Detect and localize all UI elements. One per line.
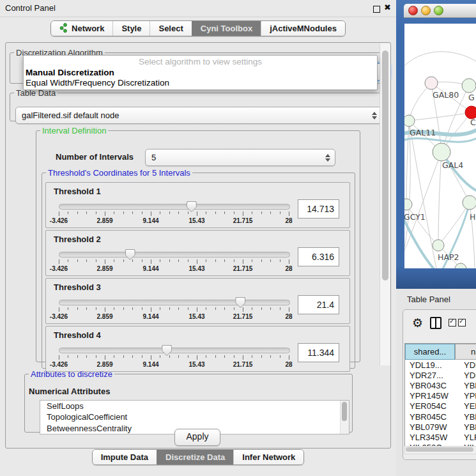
cell-shared-name[interactable]: YPR145W [405,391,459,401]
checkbox-icon[interactable] [449,319,456,326]
scale-label: 15.43 [188,265,204,272]
cell-shared-name[interactable]: YBR043C [405,381,459,390]
apply-button[interactable]: Apply [174,429,220,446]
cell-name[interactable]: YER0 [459,401,476,411]
edge[interactable] [406,204,438,245]
dropdown-item-equal-width-frequency[interactable]: Equal Width/Frequency Discretization [26,78,169,88]
slider-track[interactable] [59,300,290,305]
cell-name[interactable]: YBL0 [459,422,476,432]
tab-impute-data[interactable]: Impute Data [93,450,157,464]
scrollbar-thumb[interactable] [406,447,473,452]
network-node[interactable] [463,196,476,210]
cell-shared-name[interactable]: YLR345W [405,433,459,442]
cell-name[interactable]: YPR1 [459,391,476,401]
float-window-icon[interactable] [373,6,380,13]
threshold-slider[interactable]: -3.4262.8599.14415.4321.71528 [59,249,289,273]
tab-network[interactable]: Network [51,21,112,36]
tab-discretize-data[interactable]: Discretize Data [157,450,233,464]
slider-scale-labels: -3.4262.8599.14415.4321.71528 [59,313,289,320]
close-icon[interactable]: ✖ [384,3,391,12]
threshold-value-field[interactable]: 11.344 [298,343,339,362]
cell-shared-name[interactable]: YDR27... [405,371,459,380]
threshold-panel: Threshold 3-3.4262.8599.14415.4321.71528… [45,278,350,324]
network-node[interactable] [462,79,476,93]
table-panel: Table Panel ⚙ shared... na YDL19...YDL1Y… [396,289,476,476]
cell-name[interactable]: YDL1 [459,360,476,370]
table-row[interactable]: YLR345WYLR3 [405,432,476,442]
slider-track[interactable] [59,348,290,353]
top-tabs: Network Style Select Cyni Toolbox jActiv… [0,20,396,36]
table-row[interactable]: YPR145WYPR1 [405,391,476,401]
tab-select[interactable]: Select [150,21,191,36]
slider-track[interactable] [59,204,290,210]
attribute-list-item[interactable]: SelfLoops [40,401,349,411]
cell-name[interactable]: YBR0 [459,412,476,422]
cell-shared-name[interactable]: YBL079W [405,422,459,432]
table-data-combobox[interactable]: galFiltered.sif default node [15,107,382,124]
threshold-value-field[interactable]: 21.4 [298,295,339,314]
gear-icon[interactable]: ⚙ [412,315,423,330]
cell-shared-name[interactable]: YER054C [405,401,459,411]
cell-name[interactable]: YLR3 [459,433,476,442]
table-horizontal-scrollbar[interactable] [404,446,476,454]
scrollbar-thumb[interactable] [382,50,388,280]
edge[interactable] [438,152,441,245]
node-label: C [470,118,476,127]
table-row[interactable]: YDL19...YDL1 [405,360,476,370]
table-row[interactable]: YBR045CYBR0 [405,411,476,422]
cell-name[interactable]: YBR0 [459,381,476,390]
cell-shared-name[interactable]: YDL19... [405,360,459,370]
slider-handle[interactable] [162,345,172,356]
attribute-list-item[interactable]: TopologicalCoefficient [40,411,349,422]
minimize-traffic-light-icon[interactable] [421,6,431,15]
network-node[interactable] [404,199,412,210]
column-header-name[interactable]: na [455,344,476,360]
network-node[interactable] [465,106,476,119]
threshold-label: Threshold 1 [54,187,101,196]
slider-handle[interactable] [187,201,197,212]
dropdown-item-manual-discretization[interactable]: Manual Discretization [26,68,114,77]
edge[interactable] [438,203,470,245]
settings-vertical-scrollbar[interactable] [380,43,390,365]
threshold-value-field[interactable]: 14.713 [298,199,339,219]
cell-name[interactable]: YDR2 [459,371,476,380]
cell-shared-name[interactable]: YBR045C [405,412,459,422]
attributes-scrollbar[interactable] [340,401,349,434]
threshold-slider[interactable]: -3.4262.8599.14415.4321.71528 [59,344,289,369]
tab-cyni-toolbox[interactable]: Cyni Toolbox [192,21,261,36]
network-node[interactable] [425,77,438,89]
close-traffic-light-icon[interactable] [408,6,418,15]
columns-icon[interactable] [430,317,441,329]
threshold-slider[interactable]: -3.4262.8599.14415.4321.71528 [59,296,289,321]
slider-track[interactable] [59,252,290,257]
combo-arrows-icon [371,112,378,119]
number-of-intervals-combobox[interactable]: 5 [145,149,335,166]
scrollbar-thumb[interactable] [342,402,347,421]
scale-label: 2.859 [96,361,112,368]
tab-infer-network[interactable]: Infer Network [233,450,303,464]
tab-label: Impute Data [101,452,148,462]
slider-handle[interactable] [235,297,245,308]
edge[interactable] [404,52,476,68]
edge[interactable] [409,112,472,121]
zoom-traffic-light-icon[interactable] [434,6,443,15]
table-row[interactable]: YBR043CYBR0 [405,380,476,390]
table-row[interactable]: YER054CYER0 [405,401,476,411]
table-row[interactable]: YBL079WYBL0 [405,422,476,432]
tab-jactivemnodules[interactable]: jActiveMNodules [261,21,345,36]
network-node[interactable] [404,115,415,127]
slider-ticks [59,355,289,360]
network-node[interactable] [433,143,450,161]
slider-handle[interactable] [125,249,135,260]
checkbox-icon[interactable] [458,319,466,326]
network-node[interactable] [433,240,444,251]
network-canvas[interactable]: GAL80GCGAL11GAL4GCY1HHAP2 [404,24,476,268]
thresholds-group: Threshold's Coordinates for 5 Intervals … [42,168,355,369]
column-header-shared-name[interactable]: shared... [405,344,455,360]
combo-arrows-icon [324,154,331,162]
top-tabbar: Network Style Select Cyni Toolbox jActiv… [50,20,346,36]
threshold-slider[interactable]: -3.4262.8599.14415.4321.71528 [59,201,289,225]
table-row[interactable]: YDR27...YDR2 [405,370,476,380]
threshold-value-field[interactable]: 6.316 [298,247,339,266]
tab-style[interactable]: Style [112,21,150,36]
